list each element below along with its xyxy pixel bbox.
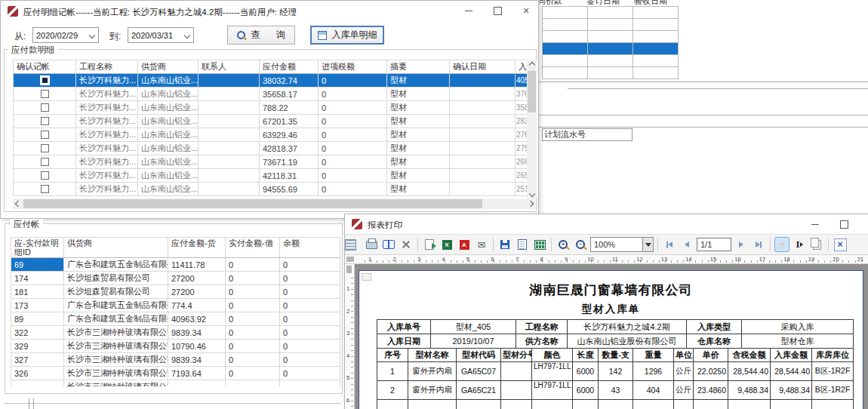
table-row[interactable]: 322长沙市三湘特种玻璃有限公司9839.3400: [11, 326, 340, 340]
scrollbar-thumb[interactable]: [528, 71, 536, 112]
zoom-in-icon[interactable]: +: [556, 237, 571, 252]
scrollbar-thumb[interactable]: [23, 199, 482, 208]
scroll-left-icon[interactable]: [13, 198, 23, 209]
checkbox[interactable]: [41, 103, 49, 112]
checkbox[interactable]: [41, 76, 49, 85]
table-row[interactable]: [543, 31, 679, 43]
tools-icon[interactable]: [399, 237, 414, 252]
column-header[interactable]: 型材名称: [408, 349, 457, 362]
excel-icon[interactable]: X: [439, 237, 454, 252]
archive-icon[interactable]: [532, 237, 547, 252]
table-row[interactable]: 长沙万科魅力...山东南山铝业...73671.190型材266: [14, 155, 528, 169]
scroll-down-icon[interactable]: [527, 189, 537, 198]
vertical-scrollbar[interactable]: [527, 60, 537, 198]
table-row[interactable]: 173广东合和建筑五金制品有限公司774.400: [11, 299, 340, 312]
chevron-down-icon[interactable]: [642, 238, 653, 251]
table-row[interactable]: 长沙万科魅力...山东南山铝业...38032.740型材405: [14, 74, 528, 88]
column-header[interactable]: 联系人: [199, 60, 260, 74]
column-header[interactable]: 入库: [516, 60, 528, 74]
column-header[interactable]: 余额: [280, 238, 340, 258]
table-row[interactable]: 长沙万科魅力...山东南山铝业...3895.840型材250: [14, 196, 528, 197]
table-row[interactable]: 329长沙市三湘特种玻璃有限公司10790.4600: [11, 340, 340, 353]
last-page-icon[interactable]: [751, 237, 766, 252]
column-header[interactable]: 工程名称: [76, 60, 138, 74]
table-row[interactable]: 69广东合和建筑五金制品有限公司11411.7800: [11, 258, 340, 272]
maximize-button[interactable]: [486, 1, 509, 20]
first-page-icon[interactable]: [662, 237, 677, 252]
checkbox[interactable]: [41, 171, 49, 180]
column-header[interactable]: 供货商: [138, 60, 199, 74]
table-row[interactable]: 327长沙市三湘特种玻璃有限公司9839.3400: [11, 353, 340, 367]
checkbox[interactable]: [41, 117, 49, 125]
table-row[interactable]: 181长沙坦森贸易有限公司2720000: [11, 285, 340, 299]
from-date-select[interactable]: 2020/02/29: [32, 27, 99, 43]
export-icon[interactable]: [422, 237, 437, 252]
table-row[interactable]: [543, 55, 679, 67]
checkbox[interactable]: [41, 158, 49, 166]
table-row[interactable]: 长沙市三湘特种玻璃有限公司: [11, 380, 340, 387]
table-row[interactable]: 89广东合和建筑五金制品有限公司40963.9200: [11, 312, 340, 326]
column-header[interactable]: 型材代码: [457, 349, 501, 362]
titlebar[interactable]: 报表打印 ×: [345, 214, 868, 234]
table-row[interactable]: [543, 7, 679, 19]
scroll-right-icon[interactable]: [525, 198, 535, 209]
column-header[interactable]: 供货商: [64, 238, 168, 258]
titlebar[interactable]: 应付明细记帐------当前工程: 长沙万科魅力之城4.2期------当前用户…: [1, 1, 538, 22]
table-row[interactable]: 长沙万科魅力...山东南山铝业...788.220型材358: [14, 101, 528, 115]
zoom-out-icon[interactable]: −: [573, 237, 588, 252]
minimize-button[interactable]: [804, 214, 826, 234]
table-row[interactable]: 1窗外开内扇GA65C07LH797-1LL60001421296公斤22.02…: [377, 362, 854, 381]
column-header[interactable]: 应付金额: [260, 60, 319, 74]
column-header[interactable]: 库房库位: [812, 349, 854, 362]
table-row[interactable]: 326长沙市三湘特种玻璃有限公司7193.6400: [11, 367, 340, 380]
table-row[interactable]: 长沙万科魅力...山东南山铝业...67201.350型材283: [14, 115, 528, 128]
next-page-icon[interactable]: [734, 237, 749, 252]
column-header[interactable]: 长度: [573, 349, 599, 362]
table-row[interactable]: 入库日期2019/10/07供方名称山东南山铝业股份有限公司仓库名称型材仓库: [377, 334, 854, 349]
page-indicator[interactable]: 1/1: [697, 238, 731, 251]
checkbox[interactable]: [41, 90, 49, 98]
to-date-select[interactable]: 2020/03/31: [128, 27, 194, 43]
minimize-button[interactable]: [457, 1, 480, 20]
inbound-detail-button[interactable]: 入库单明细: [310, 26, 384, 45]
column-header[interactable]: 序号: [377, 349, 408, 362]
prev-page-icon[interactable]: [679, 237, 694, 252]
table-row[interactable]: [377, 400, 854, 409]
column-header[interactable]: 数量-支: [599, 349, 633, 362]
plan-serial-field[interactable]: 计划流水号: [542, 128, 633, 141]
print-icon[interactable]: [364, 237, 379, 252]
close-preview-icon[interactable]: ×: [833, 237, 848, 252]
table-row[interactable]: 2窗外开内扇GA65C21LH797-1LL600043404公斤23.4860…: [377, 381, 854, 400]
table-row[interactable]: [543, 67, 679, 79]
table-row[interactable]: 入库单号型材_405工程名称长沙万科魅力之城4.2期入库类型采购入库: [377, 320, 854, 334]
table-row[interactable]: 长沙万科魅力...山东南山铝业...94555.690型材251: [14, 183, 528, 196]
document-icon[interactable]: [515, 237, 530, 252]
column-header[interactable]: 重量: [633, 349, 674, 362]
query-button[interactable]: 查 询: [227, 26, 295, 45]
pdf-icon[interactable]: A: [457, 237, 472, 252]
column-header[interactable]: 实付金额-借: [226, 238, 280, 258]
column-header[interactable]: 入库金额: [771, 349, 812, 362]
column-header[interactable]: 应-实付款明细ID: [11, 238, 64, 258]
text-select-icon[interactable]: I: [792, 237, 807, 252]
table-row[interactable]: 长沙万科魅力...山东南山铝业...63929.460型材276: [14, 128, 528, 142]
column-header[interactable]: 型材分号: [501, 349, 532, 362]
checkbox[interactable]: [41, 144, 49, 152]
close-icon[interactable]: ×: [861, 214, 868, 234]
design-icon[interactable]: [346, 237, 362, 252]
column-header[interactable]: 摘要: [387, 60, 450, 74]
table-row[interactable]: 长沙万科魅力...山东南山铝业...42818.370型材275: [14, 142, 528, 155]
scroll-up-icon[interactable]: [527, 60, 537, 69]
column-header[interactable]: 单价: [694, 349, 728, 362]
report-preview-area[interactable]: 123456 湖南巨晟门窗幕墙有限公司 型材入库单 入库单号型材_405工程名称…: [345, 264, 868, 409]
checkbox[interactable]: [41, 131, 49, 139]
column-header[interactable]: 确认记帐: [14, 60, 76, 74]
mail-icon[interactable]: ✉: [474, 237, 489, 252]
maximize-button[interactable]: [833, 214, 855, 234]
column-header[interactable]: 含税金额: [728, 349, 771, 362]
table-row[interactable]: 174长沙坦森贸易有限公司2720000: [11, 272, 340, 285]
checkbox[interactable]: [41, 185, 49, 193]
column-header[interactable]: 单位: [674, 349, 694, 362]
save-icon[interactable]: [497, 237, 512, 252]
close-icon[interactable]: ×: [515, 1, 537, 20]
